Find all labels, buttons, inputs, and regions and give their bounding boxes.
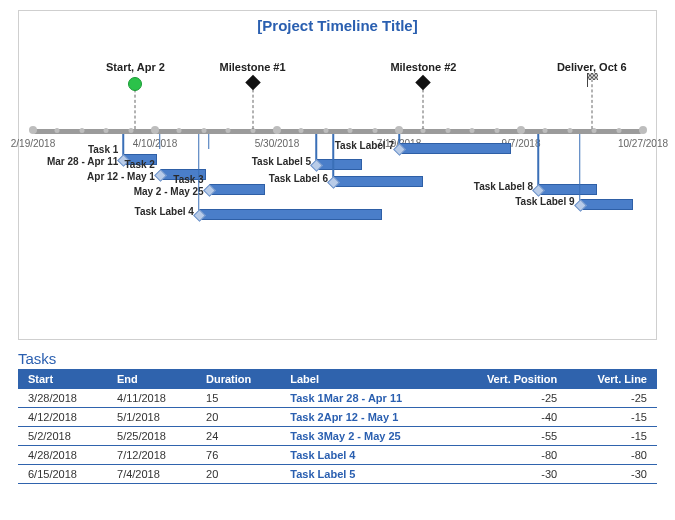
cell-end: 7/4/2018	[107, 465, 196, 484]
axis-minor-tick	[543, 128, 548, 133]
task-connector	[579, 134, 581, 204]
cell-start: 3/28/2018	[18, 389, 107, 408]
task-connector	[198, 134, 200, 214]
axis-minor-tick	[348, 128, 353, 133]
axis-minor-tick	[592, 128, 597, 133]
time-axis	[33, 129, 642, 134]
cell-duration: 76	[196, 446, 280, 465]
task-bar	[580, 199, 634, 210]
task-bar	[316, 159, 362, 170]
col-end: End	[107, 369, 196, 389]
axis-minor-tick	[201, 128, 206, 133]
task-bar	[199, 209, 382, 220]
milestone-label: Milestone #1	[220, 61, 286, 73]
cell-vline: -30	[567, 465, 657, 484]
cell-start: 6/15/2018	[18, 465, 107, 484]
axis-minor-tick	[470, 128, 475, 133]
table-row: 5/2/20185/25/201824Task 3May 2 - May 25-…	[18, 427, 657, 446]
axis-tick-label: 5/30/2018	[255, 138, 300, 149]
axis-minor-tick	[299, 128, 304, 133]
cell-end: 5/25/2018	[107, 427, 196, 446]
milestone-label: Start, Apr 2	[106, 61, 165, 73]
task-label: Task Label 4	[129, 206, 194, 218]
cell-label: Task Label 4	[280, 446, 450, 465]
col-label: Label	[280, 369, 450, 389]
cell-vpos: -30	[451, 465, 568, 484]
axis-minor-tick	[128, 128, 133, 133]
task-bar	[538, 184, 597, 195]
milestone-label: Deliver, Oct 6	[557, 61, 627, 73]
flag-icon	[585, 73, 599, 87]
task-bar	[209, 184, 265, 195]
task-label: Task Label 9	[510, 196, 575, 208]
circle-icon	[128, 77, 142, 91]
col-vline: Vert. Line	[567, 369, 657, 389]
table-row: 4/28/20187/12/201876Task Label 4-80-80	[18, 446, 657, 465]
cell-start: 5/2/2018	[18, 427, 107, 446]
diamond-icon	[416, 75, 432, 91]
cell-vpos: -40	[451, 408, 568, 427]
table-row: 6/15/20187/4/201820Task Label 5-30-30	[18, 465, 657, 484]
cell-vline: -25	[567, 389, 657, 408]
timeline-chart: 2/19/20184/10/20185/30/20187/19/20189/7/…	[33, 39, 642, 327]
table-row: 4/12/20185/1/201820Task 2Apr 12 - May 1-…	[18, 408, 657, 427]
axis-minor-tick	[616, 128, 621, 133]
axis-tick	[29, 126, 37, 134]
axis-minor-tick	[104, 128, 109, 133]
task-label: Task Label 6	[263, 173, 328, 185]
axis-minor-tick	[226, 128, 231, 133]
axis-tick-label: 10/27/2018	[618, 138, 668, 149]
task-connector	[208, 134, 210, 149]
cell-end: 4/11/2018	[107, 389, 196, 408]
cell-duration: 20	[196, 465, 280, 484]
axis-minor-tick	[55, 128, 60, 133]
axis-minor-tick	[79, 128, 84, 133]
table-title: Tasks	[18, 350, 657, 367]
axis-minor-tick	[372, 128, 377, 133]
cell-vpos: -80	[451, 446, 568, 465]
cell-start: 4/12/2018	[18, 408, 107, 427]
axis-minor-tick	[494, 128, 499, 133]
cell-label: Task Label 5	[280, 465, 450, 484]
axis-tick	[517, 126, 525, 134]
task-label: Task 3May 2 - May 25	[114, 174, 204, 198]
cell-vline: -80	[567, 446, 657, 465]
task-label: Task Label 8	[468, 181, 533, 193]
cell-duration: 15	[196, 389, 280, 408]
cell-label: Task 2Apr 12 - May 1	[280, 408, 450, 427]
axis-tick	[151, 126, 159, 134]
milestone-label: Milestone #2	[390, 61, 456, 73]
tasks-table-section: Tasks Start End Duration Label Vert. Pos…	[18, 350, 657, 484]
cell-vpos: -25	[451, 389, 568, 408]
cell-label: Task 1Mar 28 - Apr 11	[280, 389, 450, 408]
axis-minor-tick	[177, 128, 182, 133]
cell-vline: -15	[567, 408, 657, 427]
task-bar	[399, 143, 511, 154]
table-row: 3/28/20184/11/201815Task 1Mar 28 - Apr 1…	[18, 389, 657, 408]
cell-duration: 20	[196, 408, 280, 427]
cell-start: 4/28/2018	[18, 446, 107, 465]
cell-label: Task 3May 2 - May 25	[280, 427, 450, 446]
task-bar	[333, 176, 423, 187]
page: [Project Timeline Title] 2/19/20184/10/2…	[0, 0, 675, 520]
tasks-table: Start End Duration Label Vert. Position …	[18, 369, 657, 484]
axis-minor-tick	[445, 128, 450, 133]
cell-end: 5/1/2018	[107, 408, 196, 427]
col-duration: Duration	[196, 369, 280, 389]
col-vpos: Vert. Position	[451, 369, 568, 389]
axis-minor-tick	[323, 128, 328, 133]
axis-tick-label: 4/10/2018	[133, 138, 178, 149]
cell-vpos: -55	[451, 427, 568, 446]
chart-title: [Project Timeline Title]	[19, 17, 656, 34]
cell-vline: -15	[567, 427, 657, 446]
axis-tick	[639, 126, 647, 134]
axis-tick	[273, 126, 281, 134]
table-header-row: Start End Duration Label Vert. Position …	[18, 369, 657, 389]
cell-duration: 24	[196, 427, 280, 446]
task-label: Task Label 5	[246, 156, 311, 168]
cell-end: 7/12/2018	[107, 446, 196, 465]
diamond-icon	[245, 75, 261, 91]
task-connector	[159, 134, 161, 149]
task-label: Task Label 7	[329, 140, 394, 152]
col-start: Start	[18, 369, 107, 389]
